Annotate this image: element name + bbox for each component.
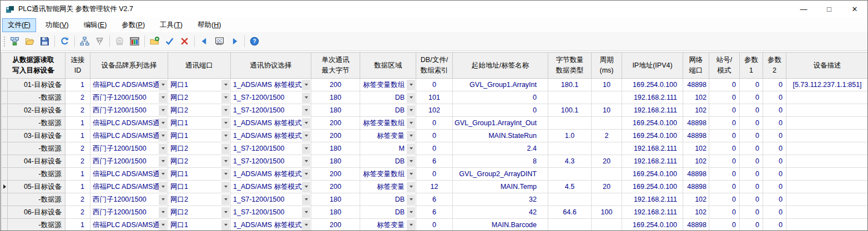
row-header[interactable]: 03-目标设备 (8, 130, 65, 142)
cell-cycle[interactable] (592, 91, 622, 104)
col-header-protocol[interactable]: 通讯协议选择 (231, 53, 311, 79)
cell-address[interactable]: MAIN.StateRun (453, 130, 548, 142)
dropdown-button[interactable] (159, 207, 167, 218)
dropdown-button[interactable] (221, 156, 230, 167)
col-header-brand[interactable]: 设备品牌系列选择 (90, 53, 168, 79)
cell-port[interactable]: 网口2 (168, 142, 231, 155)
row-selector[interactable] (2, 130, 8, 142)
dropdown-button[interactable] (302, 105, 310, 116)
dropdown-button[interactable] (221, 220, 230, 230)
cell-port[interactable]: 网口1 (168, 130, 231, 142)
cell-ip[interactable]: 169.254.0.100 (622, 130, 683, 142)
cell-bytes_type[interactable]: 4.5 (548, 181, 592, 193)
cell-net_port[interactable]: 102 (683, 155, 709, 168)
cell-address[interactable]: GVL_Group2_ArrayDINT (453, 168, 548, 181)
dropdown-button[interactable] (221, 169, 230, 179)
cell-max_bytes[interactable]: 200 (311, 181, 360, 193)
cell-conn_id[interactable]: 1 (65, 117, 90, 130)
cell-db_index[interactable]: 0 (416, 117, 453, 130)
row-selector[interactable] (2, 219, 8, 231)
cell-ip[interactable]: 192.168.2.111 (622, 193, 683, 206)
col-header-address[interactable]: 起始地址/标签名称 (453, 53, 548, 79)
row-selector[interactable] (2, 193, 8, 206)
cell-address[interactable]: 2.4 (453, 142, 548, 155)
row-header[interactable]: -数据源 (8, 117, 65, 130)
cell-station[interactable]: 0 (709, 155, 740, 168)
cell-param1[interactable]: 0 (740, 130, 763, 142)
cell-max_bytes[interactable]: 200 (311, 117, 360, 130)
row-header[interactable]: -数据源 (8, 168, 65, 181)
cell-param1[interactable]: 0 (740, 117, 763, 130)
cell-max_bytes[interactable]: 180 (311, 155, 360, 168)
cell-param2[interactable]: 0 (763, 79, 786, 91)
topology-icon[interactable] (78, 34, 92, 48)
cell-brand[interactable]: 西门子1200/1500 (90, 142, 168, 155)
cell-db_index[interactable]: 102 (416, 104, 453, 117)
cell-protocol[interactable]: 1_S7-1200/1500 (231, 155, 311, 168)
cell-param2[interactable]: 0 (763, 142, 786, 155)
cell-protocol[interactable]: 1_S7-1200/1500 (231, 193, 311, 206)
cell-brand[interactable]: 倍福PLC ADS/AMS通讯 (90, 168, 168, 181)
cell-port[interactable]: 网口1 (168, 219, 231, 231)
cell-bytes_type[interactable]: 4.3 (548, 155, 592, 168)
dropdown-button[interactable] (159, 143, 167, 154)
minimize-button[interactable]: — (791, 1, 816, 18)
dropdown-button[interactable] (302, 169, 310, 179)
cell-param1[interactable]: 0 (740, 104, 763, 117)
cell-address[interactable]: MAIN.Barcode (453, 219, 548, 231)
cancel-icon[interactable] (178, 34, 191, 48)
cell-area[interactable]: 标签变量数组 (360, 79, 416, 91)
cell-area[interactable]: M (360, 142, 416, 155)
dropdown-button[interactable] (302, 118, 310, 129)
cell-area[interactable]: DB (360, 155, 416, 168)
dropdown-button[interactable] (159, 169, 167, 179)
cell-brand[interactable]: 西门子1200/1500 (90, 206, 168, 219)
row-header[interactable]: -数据源 (8, 91, 65, 104)
cell-db_index[interactable]: 0 (416, 219, 453, 231)
cell-address[interactable]: GVL_Group1.ArrayInt (453, 79, 548, 91)
cell-ip[interactable]: 169.254.0.100 (622, 219, 683, 231)
dropdown-button[interactable] (302, 143, 310, 154)
cell-port[interactable]: 网口1 (168, 117, 231, 130)
cell-area[interactable]: DB (360, 104, 416, 117)
cell-conn_id[interactable]: 2 (65, 91, 90, 104)
cell-max_bytes[interactable]: 200 (311, 79, 360, 91)
cell-ip[interactable]: 169.254.0.100 (622, 181, 683, 193)
cell-address[interactable]: MAIN.Temp (453, 181, 548, 193)
cell-db_index[interactable]: 6 (416, 193, 453, 206)
cell-desc[interactable] (786, 206, 868, 219)
cell-ip[interactable]: 192.168.2.111 (622, 91, 683, 104)
cell-conn_id[interactable]: 1 (65, 79, 90, 91)
cell-port[interactable]: 网口1 (168, 79, 231, 91)
col-header-port[interactable]: 通讯端口 (168, 53, 231, 79)
cell-protocol[interactable]: 1_S7-1200/1500 (231, 206, 311, 219)
connect-icon[interactable] (8, 34, 22, 48)
dropdown-button[interactable] (221, 207, 230, 218)
cell-bytes_type[interactable] (548, 168, 592, 181)
cell-max_bytes[interactable]: 200 (311, 219, 360, 231)
cell-station[interactable]: 0 (709, 193, 740, 206)
cell-port[interactable]: 网口1 (168, 181, 231, 193)
cell-ip[interactable]: 192.168.2.111 (622, 206, 683, 219)
row-selector[interactable] (2, 206, 8, 219)
cell-desc[interactable]: [5.73.112.237.1.1:851] (786, 79, 868, 91)
cell-bytes_type[interactable] (548, 193, 592, 206)
col-header-param2[interactable]: 参数2 (763, 53, 786, 79)
cell-area[interactable]: DB (360, 206, 416, 219)
cell-protocol[interactable]: 1_S7-1200/1500 (231, 104, 311, 117)
dropdown-button[interactable] (221, 143, 230, 154)
cell-address[interactable]: 0 (453, 104, 548, 117)
cell-db_index[interactable]: 0 (416, 142, 453, 155)
col-header-station[interactable]: 站号/模式 (709, 53, 740, 79)
grid-icon[interactable] (128, 34, 142, 48)
cell-protocol[interactable]: 1_ADS/AMS 标签模式 (231, 79, 311, 91)
col-header-max_bytes[interactable]: 单次通讯最大字节 (311, 53, 360, 79)
cell-brand[interactable]: 西门子1200/1500 (90, 104, 168, 117)
cell-port[interactable]: 网口2 (168, 155, 231, 168)
dropdown-button[interactable] (302, 182, 310, 192)
col-header-bytes_type[interactable]: 字节数量数据类型 (548, 53, 592, 79)
cell-station[interactable]: 0 (709, 181, 740, 193)
cell-cycle[interactable]: 10 (592, 104, 622, 117)
cell-desc[interactable] (786, 193, 868, 206)
cell-conn_id[interactable]: 1 (65, 168, 90, 181)
